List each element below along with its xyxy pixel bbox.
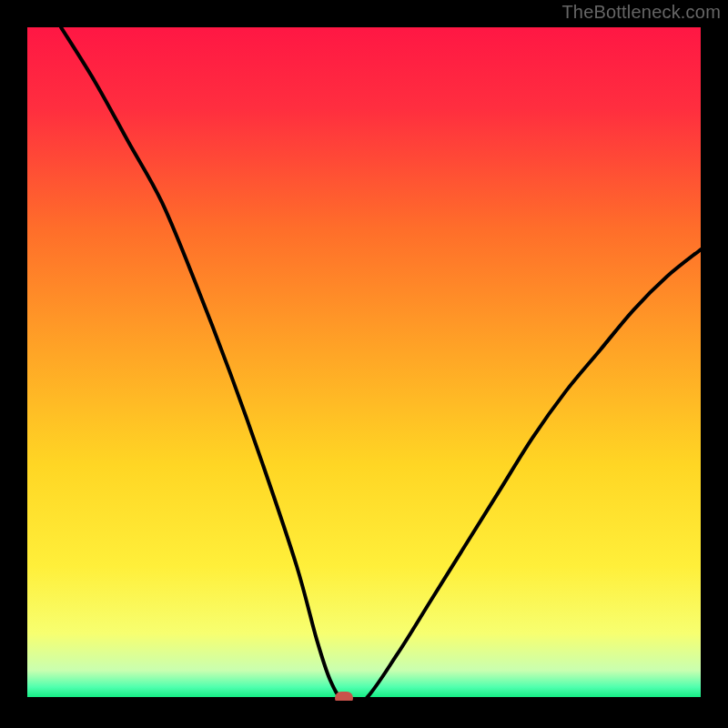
watermark-text: TheBottleneck.com [561,2,721,23]
plot-area [27,27,701,701]
bottleneck-curve [27,27,701,701]
optimal-marker [335,692,353,701]
chart-frame: TheBottleneck.com [0,0,728,728]
